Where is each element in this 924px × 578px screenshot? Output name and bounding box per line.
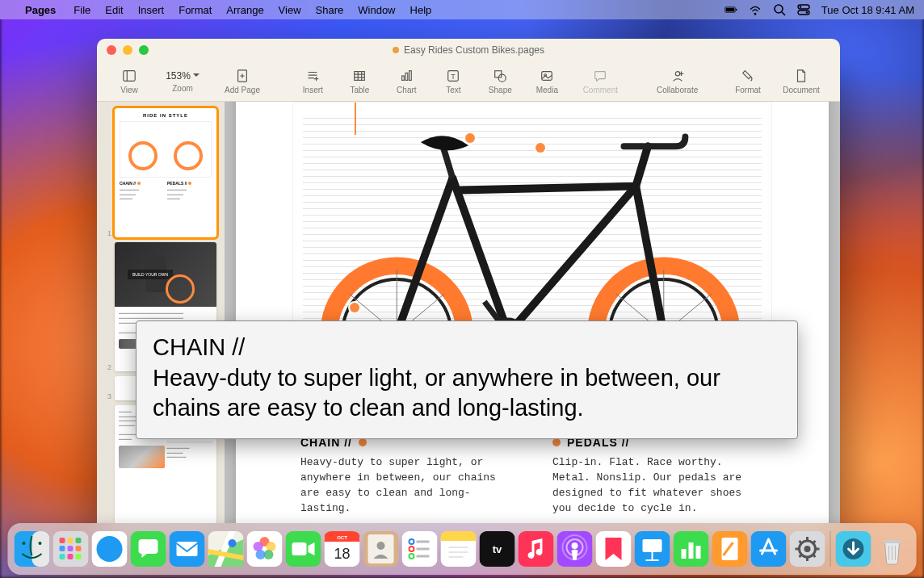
wifi-icon[interactable] xyxy=(749,3,762,16)
menu-file[interactable]: File xyxy=(66,4,98,16)
column-chain[interactable]: CHAIN // Heavy-duty to super light, or a… xyxy=(300,436,512,516)
svg-rect-86 xyxy=(60,554,65,559)
svg-rect-1 xyxy=(726,8,735,12)
toolbar-document[interactable]: Document xyxy=(774,69,829,94)
menubar-clock[interactable]: Tue Oct 18 9:41 AM xyxy=(821,4,914,16)
dock-safari[interactable] xyxy=(92,531,128,567)
svg-line-151 xyxy=(800,541,802,543)
dock-keynote[interactable] xyxy=(635,531,670,567)
battery-icon[interactable] xyxy=(724,3,737,16)
svg-point-8 xyxy=(806,11,808,14)
toolbar-text[interactable]: TText xyxy=(432,69,474,94)
svg-rect-76 xyxy=(32,531,50,567)
svg-rect-138 xyxy=(682,549,687,559)
dock-finder[interactable] xyxy=(15,531,50,567)
dock-podcasts[interactable] xyxy=(557,531,593,567)
dock-numbers[interactable] xyxy=(674,531,709,567)
thumbnail-sidebar[interactable]: 1 RIDE IN STYLE CHAIN //▬▬▬▬▬▬▬▬▬▬▬▬▬▬▬ … xyxy=(97,102,225,531)
dock-trash[interactable] xyxy=(875,531,910,567)
dock-photos[interactable] xyxy=(247,531,283,567)
svg-rect-93 xyxy=(177,542,198,556)
svg-rect-139 xyxy=(689,542,694,559)
page-thumbnail-1[interactable]: RIDE IN STYLE CHAIN //▬▬▬▬▬▬▬▬▬▬▬▬▬▬▬ PE… xyxy=(115,108,216,237)
control-center-icon[interactable] xyxy=(797,3,810,16)
svg-rect-142 xyxy=(722,538,738,560)
svg-rect-143 xyxy=(751,531,787,567)
minimize-button[interactable] xyxy=(123,45,132,55)
menu-view[interactable]: View xyxy=(271,4,309,16)
menu-format[interactable]: Format xyxy=(171,4,219,16)
column-pedals[interactable]: PEDALS // Clip-in. Flat. Race worthy. Me… xyxy=(552,436,764,516)
svg-point-146 xyxy=(804,546,811,552)
chain-body[interactable]: Heavy-duty to super light, or anywhere i… xyxy=(300,455,512,516)
menu-help[interactable]: Help xyxy=(403,4,439,16)
toolbar-zoom[interactable]: 153%Zoom xyxy=(155,70,210,93)
dock-launchpad[interactable] xyxy=(53,531,89,567)
window-titlebar[interactable]: Easy Rides Custom Bikes.pages xyxy=(97,39,840,61)
toolbar-collaborate[interactable]: Collaborate xyxy=(650,69,705,94)
search-icon[interactable] xyxy=(773,3,786,16)
svg-rect-88 xyxy=(76,554,82,559)
svg-line-64 xyxy=(508,186,636,334)
document-columns: CHAIN // Heavy-duty to super light, or a… xyxy=(292,436,772,516)
fullscreen-button[interactable] xyxy=(139,45,149,55)
dock-reminders[interactable] xyxy=(402,531,438,567)
svg-point-77 xyxy=(23,542,26,545)
canvas[interactable]: CHAIN // Heavy-duty to super light, or a… xyxy=(225,102,840,531)
workspace: 1 RIDE IN STYLE CHAIN //▬▬▬▬▬▬▬▬▬▬▬▬▬▬▬ … xyxy=(97,102,840,531)
dock-calendar[interactable]: OCT18 xyxy=(325,531,360,567)
hover-heading: CHAIN // xyxy=(153,334,245,360)
hover-body: Heavy-duty to super light, or anywhere i… xyxy=(153,365,720,421)
toolbar-format[interactable]: Format xyxy=(727,69,769,94)
svg-rect-26 xyxy=(410,70,412,80)
svg-point-90 xyxy=(97,536,123,562)
close-button[interactable] xyxy=(107,45,116,55)
dock-messages[interactable] xyxy=(131,531,166,567)
dock-pages[interactable] xyxy=(712,531,748,567)
dock-notes[interactable] xyxy=(441,531,477,567)
svg-text:18: 18 xyxy=(334,546,350,562)
thumb-number: 3 xyxy=(105,392,111,400)
dock-contacts[interactable] xyxy=(363,531,399,567)
svg-line-152 xyxy=(813,555,816,557)
menu-window[interactable]: Window xyxy=(351,4,402,16)
menu-edit[interactable]: Edit xyxy=(98,4,130,16)
thumb-number: 1 xyxy=(105,229,111,237)
svg-text:tv: tv xyxy=(493,543,502,555)
dock-music[interactable] xyxy=(519,531,554,567)
dock-maps[interactable] xyxy=(208,531,244,567)
svg-point-101 xyxy=(254,542,263,551)
bullet-icon xyxy=(552,438,561,446)
toolbar-shape[interactable]: Shape xyxy=(479,69,521,94)
svg-rect-24 xyxy=(402,76,405,80)
svg-rect-9 xyxy=(124,70,135,81)
document-page[interactable]: CHAIN // Heavy-duty to super light, or a… xyxy=(236,102,829,531)
menu-share[interactable]: Share xyxy=(309,4,351,16)
document-modified-dot xyxy=(393,47,399,53)
window-title: Easy Rides Custom Bikes.pages xyxy=(404,44,544,56)
svg-rect-140 xyxy=(696,546,701,559)
toolbar-add-page[interactable]: Add Page xyxy=(215,69,270,94)
toolbar-table[interactable]: Table xyxy=(338,69,380,94)
toolbar: View 153%Zoom Add Page Insert Table Char… xyxy=(97,61,840,102)
svg-text:OCT: OCT xyxy=(337,535,347,540)
dock-settings[interactable] xyxy=(790,531,825,567)
menu-arrange[interactable]: Arrange xyxy=(219,4,271,16)
svg-point-129 xyxy=(572,542,578,549)
toolbar-insert[interactable]: Insert xyxy=(292,69,334,94)
toolbar-view[interactable]: View xyxy=(108,69,150,94)
pedals-body[interactable]: Clip-in. Flat. Race worthy. Metal. Nonsl… xyxy=(552,455,764,516)
dock-news[interactable] xyxy=(596,531,632,567)
menu-insert[interactable]: Insert xyxy=(131,4,172,16)
dock-facetime[interactable] xyxy=(286,531,321,567)
dock-appstore[interactable] xyxy=(751,531,787,567)
dock-mail[interactable] xyxy=(170,531,205,567)
app-menu[interactable]: Pages xyxy=(18,4,63,16)
dock-tv[interactable]: tv xyxy=(480,531,515,567)
toolbar-comment: Comment xyxy=(573,69,628,94)
toolbar-chart[interactable]: Chart xyxy=(385,69,427,94)
svg-point-95 xyxy=(229,539,237,547)
toolbar-media[interactable]: Media xyxy=(526,69,568,94)
dock-downloads[interactable] xyxy=(836,531,872,567)
callout-marker-front xyxy=(536,143,545,153)
